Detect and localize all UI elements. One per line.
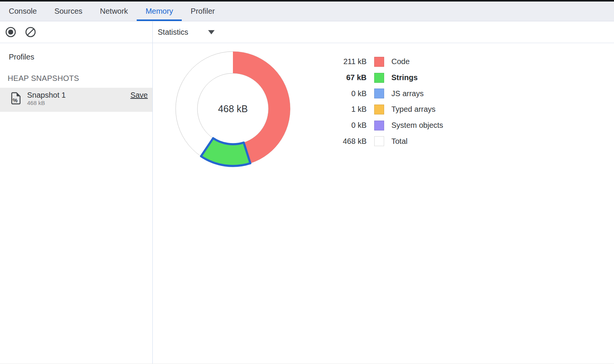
legend-swatch (374, 73, 384, 83)
tab-memory[interactable]: Memory (137, 2, 182, 21)
devtools-window: Console Sources Network Memory Profiler (0, 0, 614, 364)
tab-network[interactable]: Network (91, 2, 137, 21)
legend-swatch (374, 121, 384, 130)
legend-label: JS arrays (391, 89, 423, 98)
panel-content: Profiles HEAP SNAPSHOTS % Snapshot 1 468… (0, 43, 614, 364)
toolbar-left (0, 21, 153, 43)
legend-row-js-arrays[interactable]: 0 kB JS arrays (325, 85, 443, 101)
legend-value: 468 kB (325, 137, 367, 146)
heap-snapshot-document-icon: % (11, 92, 21, 106)
tab-profiler[interactable]: Profiler (182, 2, 223, 21)
memory-toolbar: Statistics (0, 21, 614, 43)
legend-swatch (374, 57, 384, 67)
clear-circle-slash-icon (25, 26, 36, 38)
toolbar-right: Statistics (153, 21, 614, 43)
sidebar-title: Profiles (9, 53, 152, 61)
legend-row-typed-arrays[interactable]: 1 kB Typed arrays (325, 101, 443, 118)
snapshot-save-link[interactable]: Save (130, 91, 148, 100)
snapshot-size: 468 kB (27, 100, 66, 106)
legend-row-strings[interactable]: 67 kB Strings (325, 70, 443, 86)
perspective-dropdown-value: Statistics (158, 28, 188, 37)
legend-row-system-objects[interactable]: 0 kB System objects (325, 118, 443, 134)
legend-row-code[interactable]: 211 kB Code (325, 54, 443, 70)
tab-sources[interactable]: Sources (45, 2, 91, 21)
legend-label: Strings (391, 73, 418, 82)
pie-slice-strings[interactable] (201, 138, 250, 166)
statistics-view: 468 kB 211 kB Code 67 kB Strings 0 kB JS… (153, 43, 614, 364)
panel-tabbar: Console Sources Network Memory Profiler (0, 2, 614, 21)
legend-label: System objects (391, 121, 443, 130)
legend-value: 0 kB (325, 121, 367, 130)
profiles-sidebar: Profiles HEAP SNAPSHOTS % Snapshot 1 468… (0, 43, 153, 364)
legend-value: 211 kB (325, 57, 367, 66)
record-circle-icon (5, 26, 16, 38)
record-heap-snapshot-button[interactable] (5, 26, 16, 38)
legend-swatch (374, 105, 384, 114)
snapshot-list-item[interactable]: % Snapshot 1 468 kB Save (0, 88, 152, 112)
tab-console[interactable]: Console (0, 2, 45, 21)
dropdown-triangle-icon (208, 30, 215, 34)
clear-profiles-button[interactable] (25, 26, 36, 38)
chart-legend: 211 kB Code 67 kB Strings 0 kB JS arrays… (325, 54, 443, 149)
legend-label: Typed arrays (391, 105, 436, 114)
legend-value: 67 kB (325, 73, 367, 82)
svg-text:%: % (13, 97, 18, 103)
donut-center-label: 468 kB (218, 103, 248, 114)
legend-swatch (374, 89, 384, 98)
snapshot-name: Snapshot 1 (27, 91, 66, 100)
legend-value: 0 kB (325, 89, 367, 98)
legend-value: 1 kB (325, 105, 367, 114)
legend-row-total[interactable]: 468 kB Total (325, 133, 443, 149)
heap-snapshots-section-header: HEAP SNAPSHOTS (8, 74, 152, 83)
legend-label: Code (391, 57, 410, 66)
snapshot-texts: Snapshot 1 468 kB (27, 91, 66, 106)
legend-swatch (374, 136, 384, 146)
heap-statistics-donut-chart: 468 kB (174, 50, 292, 168)
legend-label: Total (391, 137, 407, 146)
perspective-dropdown[interactable]: Statistics (158, 28, 215, 37)
